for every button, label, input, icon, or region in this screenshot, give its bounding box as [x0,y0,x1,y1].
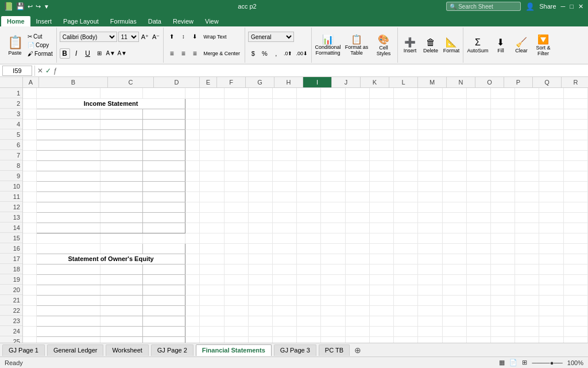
cell-23-20[interactable] [563,316,587,326]
col-header-k[interactable]: K [361,77,389,87]
percent-button[interactable]: % [260,48,270,59]
cell-5-16[interactable] [466,129,490,140]
cell-13-20[interactable] [563,212,587,223]
cell-14-4[interactable] [185,223,200,233]
row-header-7[interactable]: 7 [0,150,22,160]
cell-22-0[interactable] [23,305,37,316]
cell-14-17[interactable] [490,223,514,233]
cell-8-6[interactable] [224,160,248,171]
cell-3-10[interactable] [321,109,345,119]
cell-1-7[interactable] [248,88,272,98]
cell-2-4[interactable] [185,98,200,109]
cell-10-11[interactable] [345,181,369,191]
cell-6-2[interactable] [100,140,143,150]
col-header-m[interactable]: M [418,77,447,87]
cell-14-13[interactable] [394,223,418,233]
cell-8-5[interactable] [200,160,224,171]
cell-7-9[interactable] [297,150,321,160]
cell-18-9[interactable] [297,264,321,274]
cell-22-1[interactable] [37,305,100,316]
cell-11-16[interactable] [466,191,490,202]
cell-3-3[interactable] [142,109,185,119]
cell-14-14[interactable] [418,223,442,233]
cell-24-9[interactable] [297,326,321,336]
cell-9-5[interactable] [200,171,224,181]
cell-24-18[interactable] [515,326,539,336]
cell-14-20[interactable] [563,223,587,233]
cell-11-14[interactable] [418,191,442,202]
cell-1-20[interactable] [563,88,587,98]
clear-button[interactable]: 🧹 Clear [512,37,531,53]
cell-9-3[interactable] [142,171,185,181]
cell-1-3[interactable] [142,88,185,98]
cell-14-18[interactable] [515,223,539,233]
cell-23-5[interactable] [200,316,224,326]
cell-4-15[interactable] [442,119,466,129]
cell-25-9[interactable] [297,336,321,343]
cell-9-18[interactable] [515,171,539,181]
cell-13-4[interactable] [185,212,200,223]
cell-24-17[interactable] [490,326,514,336]
cell-10-16[interactable] [466,181,490,191]
cell-4-2[interactable] [100,119,143,129]
cell-24-15[interactable] [442,326,466,336]
cell-3-11[interactable] [345,109,369,119]
cell-6-11[interactable] [345,140,369,150]
cell-17-12[interactable] [369,254,393,264]
cell-5-14[interactable] [418,129,442,140]
cell-3-19[interactable] [539,109,563,119]
save-icon[interactable]: 💾 [16,2,25,10]
cell-23-0[interactable] [23,316,37,326]
cell-17-6[interactable] [224,254,248,264]
cell-6-15[interactable] [442,140,466,150]
cell-15-1[interactable] [37,233,100,243]
cell-2-15[interactable] [442,98,466,109]
cell-10-18[interactable] [515,181,539,191]
row-header-14[interactable]: 14 [0,223,22,233]
cell-17-4[interactable] [185,254,200,264]
cell-6-3[interactable] [142,140,185,150]
cell-7-13[interactable] [394,150,418,160]
cell-17-11[interactable] [345,254,369,264]
copy-button[interactable]: 📄 Copy [26,41,54,49]
sheet-tab-gj-page-2[interactable]: GJ Page 2 [151,344,194,356]
customize-icon[interactable]: ▼ [44,3,49,10]
confirm-formula-icon[interactable]: ✓ [45,67,51,75]
cell-18-6[interactable] [224,264,248,274]
cell-22-2[interactable] [100,305,143,316]
row-header-23[interactable]: 23 [0,316,22,326]
page-break-icon[interactable]: ⊞ [522,359,527,366]
format-as-table-button[interactable]: 📋 Format as Table [343,34,370,56]
cell-24-8[interactable] [273,326,297,336]
cell-23-19[interactable] [539,316,563,326]
cell-20-2[interactable] [100,285,143,295]
cell-12-6[interactable] [224,202,248,212]
cell-24-4[interactable] [185,326,200,336]
cell-14-5[interactable] [200,223,224,233]
cell-16-2[interactable] [100,243,143,254]
row-header-20[interactable]: 20 [0,285,22,295]
cell-23-13[interactable] [394,316,418,326]
align-bottom-button[interactable]: ⬇ [189,32,200,42]
zoom-slider[interactable]: ────●── [532,359,562,366]
cell-14-19[interactable] [539,223,563,233]
cell-5-18[interactable] [515,129,539,140]
cell-1-15[interactable] [442,88,466,98]
cell-8-0[interactable] [23,160,37,171]
cell-19-2[interactable] [100,274,143,285]
cell-17-19[interactable] [539,254,563,264]
col-header-h[interactable]: H [274,77,303,87]
cell-17-8[interactable] [273,254,297,264]
cell-4-10[interactable] [321,119,345,129]
cell-20-18[interactable] [515,285,539,295]
cell-7-8[interactable] [273,150,297,160]
cell-4-20[interactable] [563,119,587,129]
cell-13-7[interactable] [248,212,272,223]
cell-10-4[interactable] [185,181,200,191]
cell-25-16[interactable] [466,336,490,343]
cell-1-16[interactable] [466,88,490,98]
cell-4-18[interactable] [515,119,539,129]
cell-15-3[interactable] [142,233,185,243]
cell-16-12[interactable] [369,243,393,254]
cell-24-7[interactable] [248,326,272,336]
